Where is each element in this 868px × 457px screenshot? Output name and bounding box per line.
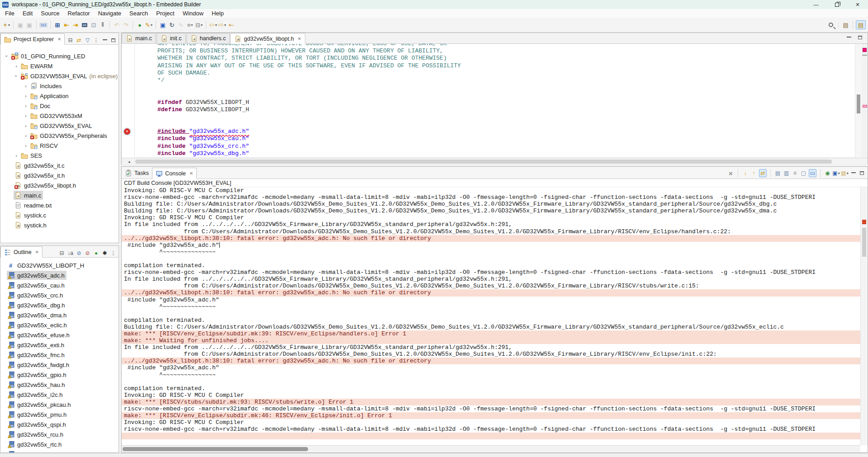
editor-content[interactable]: NOT LIMITED TO, PROCUREMENT OF SUBSTITUT… (122, 44, 868, 158)
open-element-button[interactable]: ● (136, 20, 144, 29)
scroll-error-marker[interactable] (862, 220, 866, 224)
outline-item-gd32vw55x-cau-h[interactable]: gd32vw55x_cau.h (0, 280, 119, 290)
tree-item-gd32vw553h-eval[interactable]: ›CGD32VW553H_EVAL (in eclipse) (0, 71, 119, 81)
editor-horizontal-scrollbar[interactable]: ◂ (122, 158, 868, 165)
open-console-button[interactable]: ▣ (159, 20, 167, 29)
chevron-down-icon[interactable]: ▾ (151, 23, 152, 27)
undo-button[interactable]: ↶ (113, 20, 121, 29)
search-button[interactable] (827, 20, 835, 29)
overview-error-marker[interactable] (863, 105, 867, 108)
console-next-error-button[interactable]: ↓ (741, 169, 749, 177)
tree-item-01-gpio-running-led[interactable]: ›01_GPIO_Running_LED (0, 51, 119, 61)
console-output[interactable]: Invoking: GD RISC-V MCU C Compilerriscv-… (122, 187, 868, 446)
open-perspective-button[interactable]: ▤ (842, 20, 850, 29)
tree-item-gd32vw55x-it-c[interactable]: .cgd32vw55x_it.c (0, 160, 119, 170)
console-minimize-button[interactable] (849, 169, 857, 177)
project-explorer-minimize-button[interactable] (101, 36, 109, 44)
menu-project[interactable]: Project (152, 9, 178, 18)
outline-item-gd32vw55x-rcu-h[interactable]: gd32vw55x_rcu.h (0, 429, 119, 439)
outline-item-gd32vw55x-gpio-h[interactable]: gd32vw55x_gpio.h (0, 370, 119, 380)
editor-tab-main-c[interactable]: .cmain.c (122, 33, 156, 43)
project-explorer-maximize-button[interactable] (109, 36, 117, 44)
scroll-left-icon[interactable]: ◂ (128, 160, 130, 164)
outline-item-gd32vw55x-pkcau-h[interactable]: gd32vw55x_pkcau.h (0, 400, 119, 410)
tree-item-gd32vw553xm[interactable]: ›GD32VW553xM (0, 111, 119, 121)
close-icon[interactable]: ✕ (35, 250, 39, 254)
tree-item-gd32vw55x-libopt-h[interactable]: .hgd32vw55x_libopt.h (0, 180, 119, 190)
tree-view-button[interactable]: ⊟▾ (195, 20, 203, 29)
new-wizard-button[interactable]: ✦▾ (2, 20, 10, 29)
menu-navigate[interactable]: Navigate (94, 9, 125, 18)
outline-hide-fields-button[interactable]: ⊘ (75, 249, 83, 257)
console-tab-tasks[interactable]: Tasks (122, 167, 152, 179)
console-maximize-button[interactable] (858, 169, 866, 177)
outline-item-gd32vw55x-libopt-h[interactable]: #GD32VW55X_LIBOPT_H (0, 260, 119, 270)
outline-collapse-all-button[interactable]: ⊟ (58, 249, 66, 257)
menu-source[interactable]: Source (37, 9, 63, 18)
console-save-console-button[interactable]: ▤ (774, 169, 782, 177)
console-horizontal-scrollbar[interactable] (122, 445, 860, 452)
terminal-button[interactable]: <> (81, 20, 89, 29)
menu-file[interactable]: File (1, 9, 19, 18)
tree-item-main-c[interactable]: .cmain.c (0, 190, 119, 200)
close-icon[interactable]: ✕ (298, 36, 301, 41)
close-icon[interactable]: ✕ (57, 37, 61, 42)
overview-error-indicator[interactable] (863, 48, 867, 52)
outline-item-gd32vw55x-crc-h[interactable]: gd32vw55x_crc.h (0, 290, 119, 300)
build-button[interactable]: ⊞ (53, 20, 62, 29)
outline-item-gd32vw55x-dbg-h[interactable]: gd32vw55x_dbg.h (0, 300, 119, 310)
list-view-button[interactable]: ≡▾ (186, 20, 194, 29)
menu-help[interactable]: Help (208, 9, 228, 18)
editor-tab-gd32vw55x-libopt-h[interactable]: .hgd32vw55x_libopt.h✕ (230, 33, 305, 44)
editor-maximize-button[interactable] (856, 33, 864, 42)
binary-file-button[interactable]: 010 (39, 20, 47, 29)
scrollbar-thumb[interactable] (135, 160, 832, 164)
outline-item-gd32vw55x-exti-h[interactable]: gd32vw55x_exti.h (0, 340, 119, 350)
console-scroll-lock-button[interactable]: ▭ (809, 169, 816, 177)
tree-expander-icon[interactable]: › (14, 72, 19, 80)
console-lock-console-button[interactable]: ▥ (783, 169, 790, 177)
editor-minimize-button[interactable] (845, 33, 853, 42)
editor-tab-handlers-c[interactable]: .chandlers.c (186, 33, 230, 43)
outline-item-gd32vw55x-hau-h[interactable]: gd32vw55x_hau.h (0, 380, 119, 390)
project-explorer-link-editor-button[interactable]: ⇄ (75, 36, 83, 44)
outline-item-gd32vw55x-pmu-h[interactable]: gd32vw55x_pmu.h (0, 410, 119, 419)
refresh-button[interactable]: ↻ (168, 20, 176, 29)
tab-project-explorer[interactable]: Project Explorer ✕ (0, 33, 65, 45)
minimize-window-button[interactable]: — (806, 0, 826, 9)
chevron-down-icon[interactable]: ▾ (838, 171, 840, 175)
outline-item-gd32vw55x-fwdgt-h[interactable]: gd32vw55x_fwdgt.h (0, 360, 119, 370)
outline-sort-button[interactable]: ↓a (66, 249, 74, 257)
edit-disabled-button[interactable]: ✎ (177, 20, 185, 29)
outline-item-gd32vw55x-rtc-h[interactable]: gd32vw55x_rtc.h (0, 439, 119, 449)
tree-expander-icon[interactable]: › (22, 123, 29, 128)
redo-button[interactable]: ↷ (122, 20, 130, 29)
tree-item-includes[interactable]: ›hIncludes (0, 81, 119, 91)
tree-expander-icon[interactable]: › (4, 52, 9, 60)
dots[interactable]: ⋮ (836, 23, 840, 28)
tree-expander-icon[interactable]: › (22, 133, 29, 138)
save-button[interactable]: ▣ (16, 20, 24, 29)
menu-window[interactable]: Window (179, 9, 208, 18)
outline-hide-non-public-button[interactable]: ● (92, 249, 100, 257)
tree-item-application[interactable]: ›Application (0, 91, 119, 101)
close-window-button[interactable]: ✕ (847, 0, 868, 9)
tree-expander-icon[interactable]: › (22, 93, 29, 99)
outline-item-gd32vw55x-spi-h[interactable]: gd32vw55x_spi.h (0, 449, 119, 452)
tree-item-riscv[interactable]: ›RISCV (0, 141, 119, 151)
outline-item-gd32vw55x-i2c-h[interactable]: gd32vw55x_i2c.h (0, 390, 119, 400)
tree-expander-icon[interactable]: › (22, 103, 29, 108)
tree-item-gd32vw55x-peripherals[interactable]: ›GD32VW55x_Peripherals (0, 131, 119, 141)
tree-expander-icon[interactable]: › (22, 113, 29, 118)
close-icon[interactable]: ✕ (190, 171, 193, 176)
console-display-console-button[interactable]: ▣▾ (832, 169, 840, 177)
tree-expander-icon[interactable]: › (22, 143, 29, 148)
chevron-down-icon[interactable]: ▾ (191, 23, 193, 27)
tree-item-gd32vw55x-it-h[interactable]: .hgd32vw55x_it.h (0, 170, 119, 180)
outline-item-gd32vw55x-adc-h[interactable]: gd32vw55x_adc.h (0, 270, 119, 280)
editor-tab-init-c[interactable]: .cinit.c (157, 33, 186, 43)
skip-back-button[interactable]: ⇤ (62, 20, 71, 29)
outline-hide-inactive-button[interactable]: ✱ (101, 249, 109, 257)
tree-expander-icon[interactable]: › (13, 153, 20, 158)
last-edit-button[interactable]: ⇠ (227, 20, 235, 29)
